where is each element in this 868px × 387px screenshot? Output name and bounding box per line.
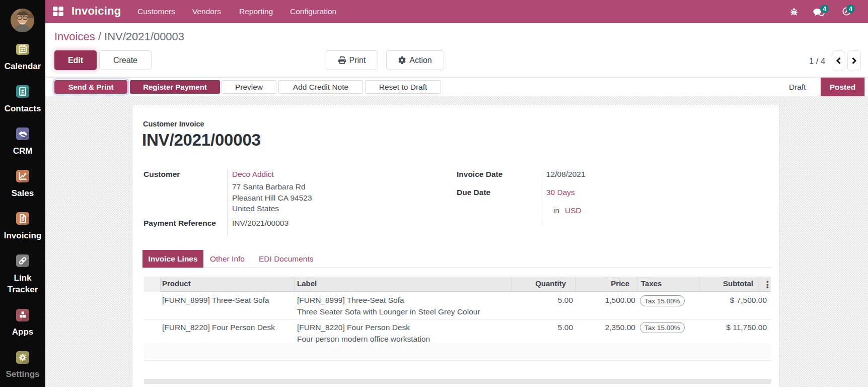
svg-text:$: $ [22, 216, 25, 222]
